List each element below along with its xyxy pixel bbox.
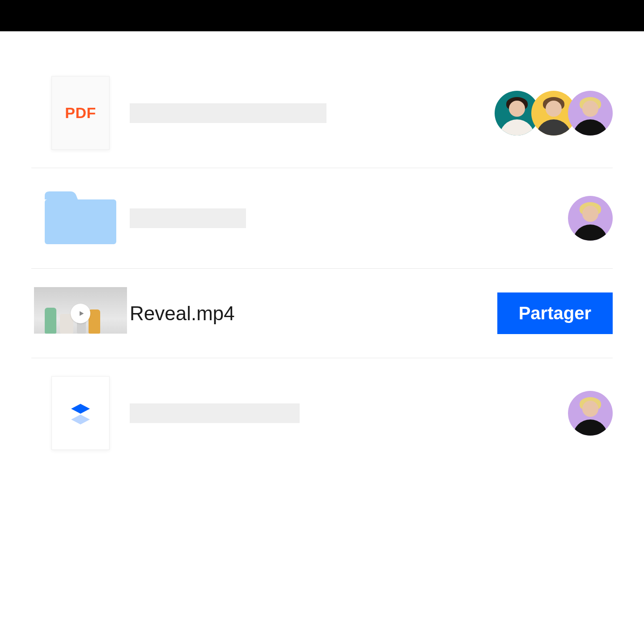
- file-icon-cell: [31, 376, 130, 450]
- share-button[interactable]: Partager: [497, 292, 613, 334]
- avatar-group: [568, 391, 613, 436]
- avatar[interactable]: [568, 391, 613, 436]
- file-icon-cell: [31, 186, 130, 250]
- dropbox-file-icon: [51, 376, 110, 450]
- filename-placeholder: [130, 208, 246, 228]
- play-icon: [71, 304, 90, 323]
- file-name-label: Reveal.mp4: [130, 302, 235, 325]
- avatar-group: [568, 196, 613, 241]
- file-name-cell: [130, 103, 461, 123]
- collaborators-cell: [461, 91, 613, 136]
- pdf-badge-label: PDF: [65, 104, 96, 122]
- avatar[interactable]: [568, 91, 613, 136]
- svg-marker-1: [71, 404, 90, 414]
- file-name-cell: [130, 403, 461, 423]
- file-row-pdf[interactable]: PDF: [31, 58, 613, 168]
- file-icon-cell: [31, 287, 130, 340]
- avatar[interactable]: [568, 196, 613, 241]
- collaborators-cell: [461, 391, 613, 436]
- filename-placeholder: [130, 403, 300, 423]
- letterbox-top: [0, 0, 644, 31]
- svg-marker-2: [71, 415, 90, 424]
- collaborators-cell: [461, 196, 613, 241]
- file-name-cell: Reveal.mp4: [130, 302, 461, 325]
- file-name-cell: [130, 208, 461, 228]
- avatar-group: [495, 91, 613, 136]
- file-row-dropbox-doc[interactable]: [31, 358, 613, 468]
- filename-placeholder: [130, 103, 326, 123]
- svg-rect-0: [45, 199, 116, 244]
- file-icon-cell: PDF: [31, 76, 130, 150]
- folder-icon: [40, 186, 121, 250]
- file-row-video[interactable]: Reveal.mp4 Partager: [31, 269, 613, 358]
- action-cell: Partager: [461, 292, 613, 334]
- file-row-folder[interactable]: [31, 168, 613, 269]
- file-list: PDF: [0, 31, 644, 495]
- pdf-file-icon: PDF: [51, 76, 110, 150]
- video-thumbnail: [34, 287, 127, 340]
